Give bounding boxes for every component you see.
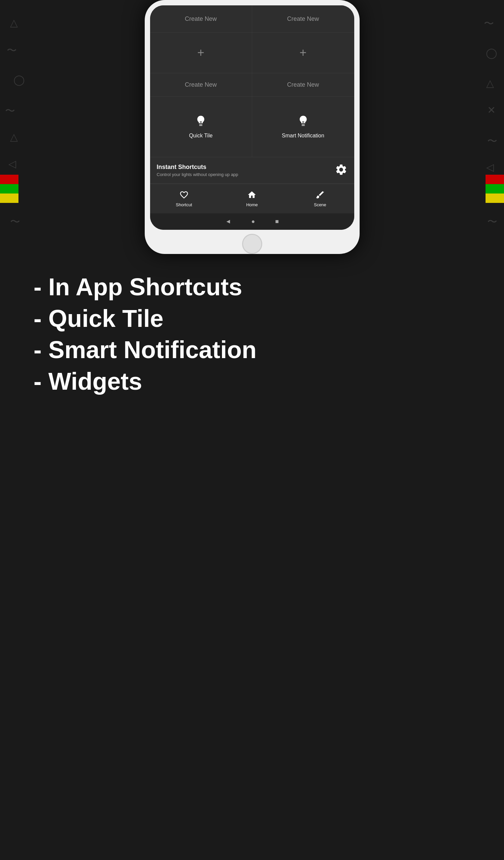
create-new-tile-1[interactable]: Create New xyxy=(150,5,252,32)
shortcut-row-2: + Create New + Create New xyxy=(150,32,354,97)
nav-scene-label: Scene xyxy=(314,202,326,207)
plus-icon-2: + xyxy=(299,47,307,59)
nav-scene[interactable]: Scene xyxy=(286,187,354,210)
scene-icon xyxy=(315,190,325,201)
feature-item-3: - Smart Notification xyxy=(33,334,471,366)
android-home-button[interactable]: ● xyxy=(252,218,255,225)
plus-icon-1: + xyxy=(197,47,204,59)
feature-item-1: - In App Shortcuts xyxy=(33,271,471,303)
android-back-button[interactable]: ◄ xyxy=(225,218,231,225)
quick-tile-icon xyxy=(195,115,207,129)
create-new-tile-4[interactable]: + Create New xyxy=(252,32,354,97)
instant-shortcuts-subtitle: Control your lights without opening up a… xyxy=(157,172,238,177)
shortcut-row-3: Quick Tile Smart Notification xyxy=(150,97,354,157)
create-new-label-4: Create New xyxy=(287,81,319,88)
create-new-label-2: Create New xyxy=(287,15,319,23)
quick-tile-label: Quick Tile xyxy=(189,133,212,139)
bottom-navigation: Shortcut Home Scen xyxy=(150,184,354,213)
smart-notification-tile[interactable]: Smart Notification xyxy=(252,97,354,157)
create-new-tile-2[interactable]: Create New xyxy=(252,5,354,32)
shortcut-icon xyxy=(179,190,189,201)
settings-gear-icon[interactable] xyxy=(335,163,347,177)
create-new-tile-3[interactable]: + Create New xyxy=(150,32,252,97)
feature-item-2: - Quick Tile xyxy=(33,303,471,334)
smart-notification-label: Smart Notification xyxy=(282,133,324,139)
feature-list: - In App Shortcuts - Quick Tile - Smart … xyxy=(33,271,471,397)
quick-tile[interactable]: Quick Tile xyxy=(150,97,252,157)
nav-home-label: Home xyxy=(246,202,258,207)
instant-shortcuts-text: Instant Shortcuts Control your lights wi… xyxy=(157,163,238,177)
nav-home[interactable]: Home xyxy=(218,187,286,210)
instant-shortcuts-title: Instant Shortcuts xyxy=(157,163,238,171)
smart-notification-icon xyxy=(297,115,309,129)
create-new-label-1: Create New xyxy=(185,15,217,23)
nav-shortcut-label: Shortcut xyxy=(176,202,192,207)
android-nav-bar: ◄ ● ■ xyxy=(150,213,354,230)
android-recents-button[interactable]: ■ xyxy=(275,218,279,225)
create-new-label-3: Create New xyxy=(185,81,217,88)
home-icon xyxy=(247,190,256,201)
phone-home-button[interactable] xyxy=(242,234,262,254)
shortcut-row-1: Create New Create New xyxy=(150,5,354,32)
instant-shortcuts-section: Instant Shortcuts Control your lights wi… xyxy=(150,157,354,184)
nav-shortcut[interactable]: Shortcut xyxy=(150,187,218,210)
feature-item-4: - Widgets xyxy=(33,366,471,398)
